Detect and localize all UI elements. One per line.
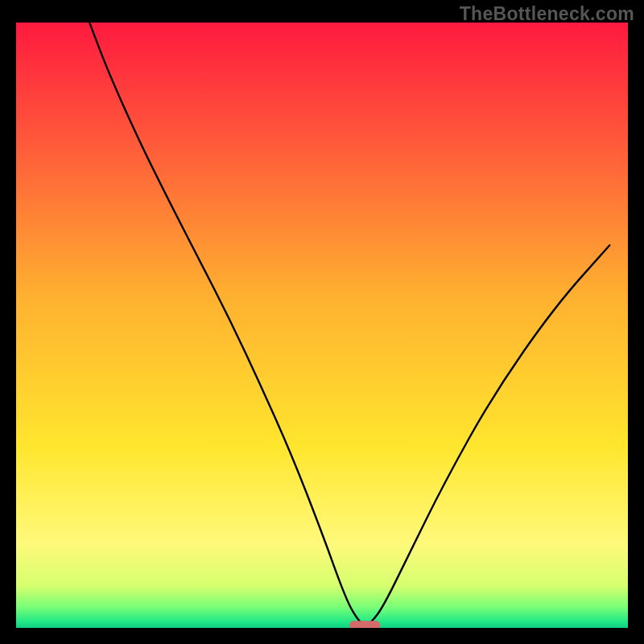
chart-frame: { "watermark": "TheBottleneck.com", "cha… [0, 0, 644, 644]
watermark-text: TheBottleneck.com [460, 3, 634, 25]
min-marker [349, 621, 380, 628]
chart-background [16, 23, 628, 628]
bottleneck-chart [16, 23, 628, 628]
